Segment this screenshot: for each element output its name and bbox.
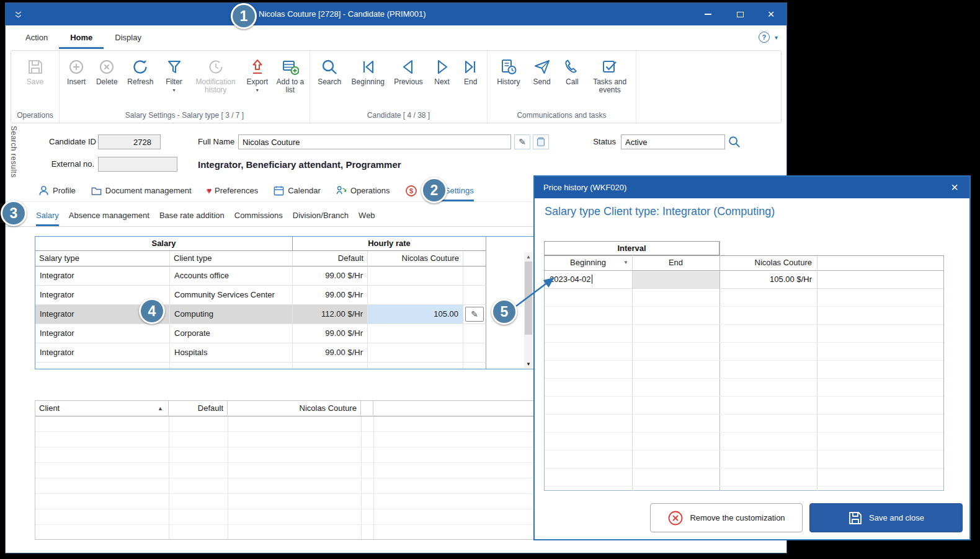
table-cell[interactable]: Community Services Center: [170, 286, 293, 305]
status-lookup-button[interactable]: [728, 135, 741, 151]
menu-display[interactable]: Display: [104, 25, 153, 49]
scroll-up-icon[interactable]: ▲: [524, 252, 533, 261]
table-cell-selected[interactable]: Computing: [170, 305, 293, 324]
delete-button[interactable]: Delete: [93, 56, 120, 86]
ribbon-collapse-icon[interactable]: ▾: [775, 34, 778, 41]
column-header-salary-type[interactable]: Salary type: [35, 251, 170, 266]
dialog-close-button[interactable]: ×: [945, 177, 964, 198]
custom-rate-cell[interactable]: 105.00: [368, 305, 463, 324]
subtab-base-rate-addition[interactable]: Base rate addition: [159, 205, 225, 226]
filter-button[interactable]: Filter ▾: [161, 56, 188, 93]
column-header-client[interactable]: Client ▲: [35, 401, 169, 416]
callout-5: 5: [491, 299, 517, 325]
table-cell[interactable]: [368, 324, 463, 343]
subtab-web[interactable]: Web: [359, 205, 375, 226]
tab-document-management[interactable]: Document management: [91, 180, 192, 201]
table-cell[interactable]: Integrator: [35, 343, 170, 363]
refresh-button[interactable]: Refresh: [123, 56, 157, 86]
send-button[interactable]: Send: [530, 56, 555, 86]
table-cell[interactable]: [463, 343, 486, 363]
column-header-default[interactable]: Default: [293, 251, 368, 266]
status-field[interactable]: [621, 134, 725, 149]
beginning-date-cell[interactable]: 2023-04-02: [545, 271, 631, 288]
end-button[interactable]: End: [458, 56, 483, 86]
remove-customization-button[interactable]: Remove the customization: [650, 503, 803, 532]
call-button[interactable]: Call: [560, 56, 584, 86]
save-button[interactable]: Save: [20, 56, 51, 86]
table-cell[interactable]: [463, 324, 486, 343]
rate-cell[interactable]: 105.00 $/Hr: [719, 271, 817, 288]
table-cell[interactable]: Corporate: [170, 324, 293, 343]
table-cell[interactable]: 99.00 $/Hr: [293, 266, 368, 286]
maximize-button[interactable]: [726, 3, 754, 25]
table-cell[interactable]: 99.00 $/Hr: [293, 363, 368, 369]
column-header-candidate[interactable]: Nicolas Couture: [228, 401, 361, 416]
candidate-id-field[interactable]: [98, 134, 161, 149]
column-header-end[interactable]: End: [632, 256, 719, 270]
tasks-events-button[interactable]: Tasks and events: [590, 56, 630, 94]
column-header-candidate[interactable]: Nicolas Couture: [368, 251, 463, 266]
scrollbar-thumb[interactable]: [525, 262, 532, 335]
menu-home[interactable]: Home: [59, 25, 104, 49]
search-button[interactable]: Search: [314, 56, 345, 86]
external-no-field[interactable]: [98, 157, 177, 172]
column-header-default[interactable]: Default: [169, 401, 228, 416]
subtab-commissions[interactable]: Commissions: [234, 205, 283, 226]
modification-history-button[interactable]: Modification history: [191, 56, 241, 94]
beginning-button[interactable]: Beginning: [349, 56, 387, 86]
table-cell[interactable]: [463, 363, 486, 369]
column-header-beginning[interactable]: Beginning ▼: [544, 256, 632, 270]
menu-action[interactable]: Action: [14, 25, 59, 49]
table-cell[interactable]: [368, 266, 463, 286]
filter-dropdown-icon[interactable]: ▾: [172, 87, 175, 93]
table-cell[interactable]: Hospitals: [170, 343, 293, 363]
table-cell[interactable]: 99.00 $/Hr: [293, 343, 368, 363]
history-button[interactable]: History: [494, 56, 523, 86]
table-cell[interactable]: Accounts office: [170, 266, 293, 286]
table-cell[interactable]: 99.00 $/Hr: [293, 324, 368, 343]
search-results-tab[interactable]: Search results: [9, 126, 18, 178]
table-cell[interactable]: Integrator: [35, 266, 170, 286]
column-header-candidate[interactable]: Nicolas Couture: [719, 256, 817, 270]
tab-billing[interactable]: $: [405, 180, 417, 201]
dialog-title-bar[interactable]: Price history (WKF020) ×: [535, 177, 969, 198]
table-cell[interactable]: 99.00 $/Hr: [293, 286, 368, 305]
scroll-down-icon[interactable]: ▼: [524, 359, 533, 368]
previous-button[interactable]: Previous: [391, 56, 425, 86]
vertical-scrollbar[interactable]: ▲ ▼: [524, 252, 533, 368]
subtab-absence-management[interactable]: Absence management: [69, 205, 149, 226]
tab-profile[interactable]: Profile: [38, 180, 76, 201]
table-cell[interactable]: [368, 286, 463, 305]
table-cell-selected[interactable]: 112.00 $/Hr: [293, 305, 368, 324]
dropdown-icon[interactable]: ▼: [623, 256, 628, 270]
export-dropdown-icon[interactable]: ▾: [256, 87, 259, 93]
table-cell[interactable]: [368, 343, 463, 363]
column-header-client-type[interactable]: Client type: [170, 251, 293, 266]
edit-name-button[interactable]: ✎: [514, 134, 530, 149]
subtab-division-branch[interactable]: Division/Branch: [293, 205, 349, 226]
insert-button[interactable]: Insert: [63, 56, 90, 86]
table-cell[interactable]: [463, 266, 486, 286]
table-cell[interactable]: Integrator: [35, 363, 170, 369]
table-cell[interactable]: [463, 286, 486, 305]
table-cell[interactable]: [368, 363, 463, 369]
title-bar[interactable]: Nicolas Couture [2728] - Candidate (PRIM…: [6, 3, 786, 25]
subtab-salary[interactable]: Salary: [36, 205, 59, 226]
table-cell[interactable]: Integrator: [35, 324, 170, 343]
copy-name-button[interactable]: [533, 134, 549, 149]
add-to-list-button[interactable]: Add to a list: [274, 56, 306, 94]
save-and-close-button[interactable]: Save and close: [809, 503, 963, 532]
help-icon[interactable]: ?: [759, 32, 770, 43]
table-cell[interactable]: Insurance: [170, 363, 293, 369]
tab-preferences[interactable]: ♥♥ Preferences: [207, 180, 259, 201]
export-button[interactable]: Export ▾: [244, 56, 271, 93]
close-button[interactable]: ×: [757, 3, 785, 25]
full-name-field[interactable]: [238, 134, 511, 149]
pin-icon[interactable]: [14, 11, 22, 19]
minimize-button[interactable]: [693, 3, 722, 25]
tab-operations[interactable]: Operations: [336, 180, 390, 201]
end-date-cell[interactable]: [633, 271, 719, 288]
next-button[interactable]: Next: [430, 56, 455, 86]
tab-calendar[interactable]: Calendar: [273, 180, 321, 201]
edit-rate-button[interactable]: ✎: [465, 307, 484, 322]
